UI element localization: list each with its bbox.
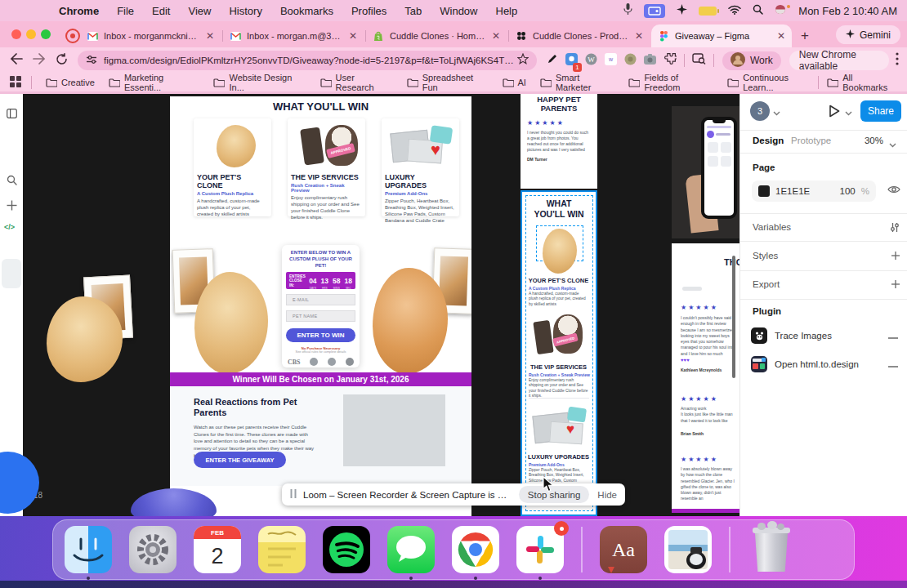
giveaway-form-card[interactable]: ENTER BELOW TO WIN A CUSTOM PLUSH OF YOU… (282, 245, 360, 368)
menu-file[interactable]: File (117, 5, 134, 17)
dock-slack-icon[interactable] (516, 526, 564, 573)
desktop-design-frame[interactable]: WHAT YOU'LL WIN YOUR PET'S CLONE A Custo… (170, 96, 471, 516)
prize-card-clone[interactable]: YOUR PET'S CLONE A Custom Plush Replica … (194, 118, 271, 216)
menu-tab[interactable]: Tab (404, 5, 422, 17)
tab-cuddle-clones-home[interactable]: Cuddle Clones · Home · Shop ✕ (366, 24, 507, 47)
chevron-down-icon[interactable] (845, 108, 852, 118)
sparkle-menu-icon[interactable] (677, 4, 687, 17)
tab-design[interactable]: Design (753, 136, 784, 145)
tab-close-icon[interactable]: ✕ (630, 30, 643, 42)
spotlight-search-icon[interactable] (753, 4, 763, 17)
menu-bookmarks[interactable]: Bookmarks (280, 5, 333, 17)
screen-record-indicator-icon[interactable] (65, 29, 80, 43)
eye-visibility-icon[interactable] (887, 185, 900, 196)
dock-finder-icon[interactable] (65, 526, 112, 573)
bookmark-folder-creative[interactable]: Creative (46, 78, 95, 87)
present-play-icon[interactable] (829, 105, 840, 119)
figma-canvas[interactable]: 18 WHAT YOU'LL WIN YOUR PET'S CLONE A Cu… (23, 94, 739, 516)
tab-close-icon[interactable]: ✕ (344, 30, 357, 42)
bookmark-folder-user-research[interactable]: User Research (320, 73, 393, 92)
browser-menu-icon[interactable] (896, 52, 899, 69)
dock-settings-icon[interactable] (129, 526, 176, 573)
dock-calendar-icon[interactable]: FEB 2 (194, 526, 241, 573)
window-minimize-button[interactable] (26, 29, 36, 39)
dock-messages-icon[interactable] (387, 526, 435, 573)
dock-dictionary-icon[interactable]: Aa (600, 526, 647, 573)
plugin-row-trace-images[interactable]: Trace Images (751, 326, 898, 345)
profile-chip[interactable]: Work (722, 51, 781, 70)
bookmark-folder-marketing[interactable]: Marketing Essenti... (109, 73, 200, 92)
gemini-button[interactable]: Gemini (836, 25, 900, 44)
add-icon[interactable] (7, 199, 17, 214)
export-section-label[interactable]: Export (753, 279, 780, 289)
enter-giveaway-button[interactable]: ENTER THE GIVEAWAY (194, 452, 286, 468)
bookmark-folder-spreadsheet[interactable]: Spreadsheet Fun (407, 73, 489, 92)
menu-chrome[interactable]: Chrome (59, 5, 99, 17)
pet-name-field[interactable]: PET NAME (286, 310, 355, 322)
remove-plugin-icon[interactable] (888, 359, 898, 369)
bookmark-folder-website-design[interactable]: Website Design In... (213, 73, 306, 92)
variables-icon[interactable] (890, 222, 900, 234)
wifi-icon[interactable] (728, 5, 741, 17)
address-bar[interactable]: figma.com/design/EdiolPKmltzrHY25onvvTD/… (78, 51, 537, 70)
styles-section-label[interactable]: Styles (753, 251, 778, 261)
all-bookmarks-button[interactable]: All Bookmarks (827, 73, 897, 92)
variables-section-label[interactable]: Variables (753, 222, 791, 232)
add-export-icon[interactable] (891, 279, 900, 291)
layers-panel-icon[interactable] (7, 107, 17, 122)
extension-icon-w[interactable]: w (605, 53, 617, 69)
tab-inbox-1[interactable]: Inbox - morganmcknight54@ ✕ (80, 24, 221, 47)
menu-history[interactable]: History (229, 5, 261, 17)
page-color-row[interactable]: 1E1E1E 100 % (752, 180, 876, 202)
bookmark-folder-ai[interactable]: AI (503, 78, 526, 87)
user-menu-icon[interactable] (775, 4, 787, 17)
plush-dog-image[interactable] (47, 296, 123, 382)
tab-close-icon[interactable]: ✕ (487, 30, 500, 42)
hide-button[interactable]: Hide (597, 490, 617, 500)
back-button[interactable] (10, 53, 23, 68)
bookmark-folder-fields-of-freedom[interactable]: Fields of Freedom (628, 73, 713, 92)
tab-cuddle-clones-production[interactable]: Cuddle Clones - Production S ✕ (509, 24, 650, 47)
screen-sharing-icon[interactable] (644, 4, 665, 18)
menu-view[interactable]: View (188, 5, 211, 17)
camera-extension-icon[interactable] (644, 53, 656, 68)
chevron-down-icon[interactable] (773, 108, 780, 118)
menu-clock[interactable]: Mon Feb 2 10:40 AM (798, 5, 897, 17)
battery-icon[interactable] (699, 7, 717, 16)
add-style-icon[interactable] (891, 251, 900, 262)
collaborators-avatar[interactable]: 3 (750, 101, 770, 121)
apps-grid-icon[interactable] (10, 76, 21, 89)
enter-to-win-button[interactable]: ENTER TO WIN (286, 328, 355, 342)
dock-notes-icon[interactable] (258, 526, 306, 573)
zoom-level[interactable]: 30% (865, 136, 883, 145)
mobile-review-frame[interactable]: HAPPY PET PARENTS ★★★★★ I never thought … (521, 94, 597, 189)
pen-extension-icon[interactable] (547, 53, 558, 68)
dock-spotify-icon[interactable] (323, 526, 370, 573)
menu-profiles[interactable]: Profiles (351, 5, 386, 17)
mobile-selected-frame[interactable]: WHATYOU'LL WIN YOUR PET'S CLONE A Custom… (521, 190, 597, 516)
email-field[interactable]: E-MAIL (286, 294, 355, 305)
bookmark-folder-smart-marketer[interactable]: Smart Marketer (540, 73, 614, 92)
canvas-scrollbar[interactable] (732, 256, 735, 378)
screen-capture-icon[interactable] (692, 53, 706, 68)
reload-button[interactable] (56, 53, 68, 69)
video-placeholder[interactable] (343, 394, 445, 466)
color-hex[interactable]: 1E1E1E (775, 186, 810, 196)
forward-button[interactable] (33, 53, 46, 68)
tab-inbox-2[interactable]: Inbox - morgan.m@365-hold ✕ (223, 24, 364, 47)
dock-trash-icon[interactable] (748, 526, 795, 573)
prize-card-luxury[interactable]: ♥ LUXURY UPGRADES Premium Add-Ons Zipper… (382, 118, 459, 216)
reviews-frame[interactable]: THO ★★★★★ I couldn't possibly have said … (672, 243, 739, 513)
remove-plugin-icon[interactable] (888, 331, 898, 341)
window-close-button[interactable] (11, 29, 21, 39)
dock-preview-icon[interactable] (664, 526, 712, 573)
share-button[interactable]: Share (860, 100, 901, 122)
prize-card-vip[interactable]: APPROVED THE VIP SERVICES Rush Creation … (288, 118, 365, 216)
menu-window[interactable]: Window (440, 5, 477, 17)
dev-mode-icon[interactable]: </> (4, 223, 15, 231)
tab-giveaway-figma[interactable]: Giveaway – Figma ✕ (651, 24, 792, 47)
search-icon[interactable] (7, 174, 17, 189)
tab-prototype[interactable]: Prototype (791, 136, 831, 145)
url-text[interactable]: figma.com/design/EdiolPKmltzrHY25onvvTD/… (104, 56, 517, 65)
wordpress-extension-icon[interactable]: W (585, 53, 597, 69)
